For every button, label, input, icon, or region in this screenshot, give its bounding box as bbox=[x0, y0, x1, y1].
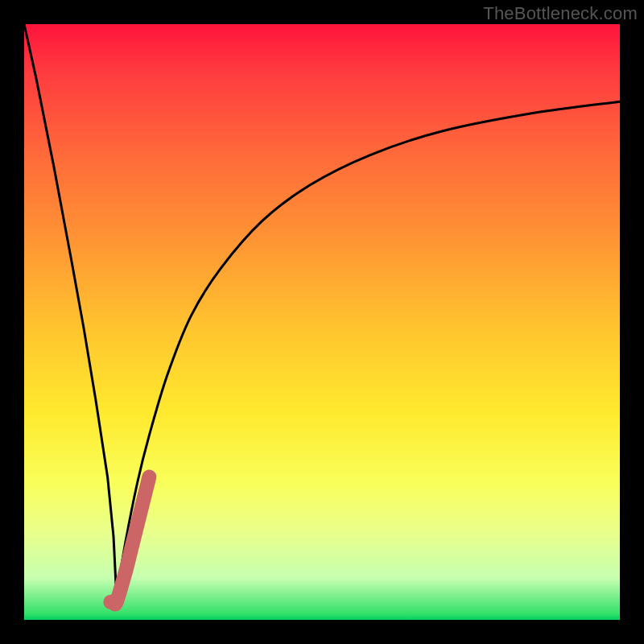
watermark-text: TheBottleneck.com bbox=[483, 3, 638, 24]
curve-right-branch bbox=[117, 101, 620, 596]
curve-layer bbox=[24, 24, 620, 620]
chart-frame: TheBottleneck.com bbox=[0, 0, 644, 644]
highlight-segment bbox=[110, 477, 149, 604]
plot-area bbox=[24, 24, 620, 620]
curve-left-branch bbox=[24, 24, 117, 596]
